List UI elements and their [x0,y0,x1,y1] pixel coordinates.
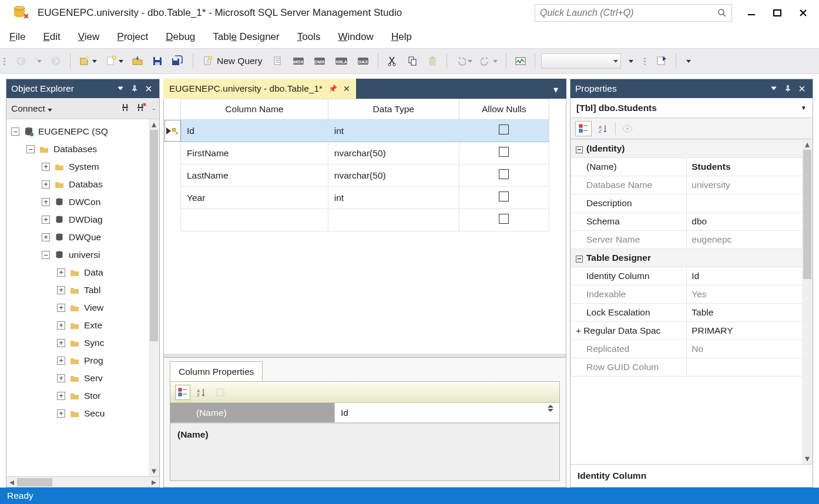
oe-overflow-button[interactable]: ·· [152,103,155,114]
new-query-button[interactable]: New Query [199,53,266,69]
column-row[interactable]: Yearint [181,187,549,209]
toolbar-grip-2[interactable] [644,58,647,65]
close-icon[interactable]: ✕ [343,84,350,93]
property-value[interactable]: Yes [687,285,813,304]
properties-grid[interactable]: −(Identity)(Name)StudentsDatabase Nameun… [570,139,813,464]
expand-icon[interactable]: + [42,198,50,206]
column-name-cell[interactable]: FirstName [181,142,328,164]
dmx-query-button[interactable]: DMX [311,53,328,69]
expand-icon[interactable]: + [42,163,50,171]
property-value[interactable]: PRIMARY [687,322,813,340]
column-row[interactable]: LastNamenvarchar(50) [181,164,549,187]
new-project-button[interactable] [76,53,99,69]
property-row[interactable]: IndexableYes [571,285,813,304]
panel-menu-button[interactable] [115,83,126,95]
connect-dropdown[interactable]: Connect [11,103,52,114]
undo-button[interactable] [453,53,475,69]
nav-back-dropdown[interactable] [33,53,44,69]
quick-launch[interactable] [535,4,732,22]
debug-target-button[interactable] [625,53,636,69]
column-name-cell[interactable]: LastName [181,164,328,187]
panel-close-button[interactable] [143,83,155,95]
allow-nulls-cell[interactable] [459,164,549,187]
redo-button[interactable] [478,53,500,69]
data-type-cell[interactable]: nvarchar(50) [328,142,459,164]
checkbox-icon[interactable] [499,214,509,224]
panel-pin-button[interactable] [129,83,140,95]
collapse-icon[interactable]: − [11,127,19,136]
property-value[interactable] [687,194,813,213]
disconnect-all-button[interactable] [135,102,147,115]
property-value[interactable]: Table [687,304,813,322]
tab-overflow-button[interactable]: ▾ [549,81,563,99]
column-row[interactable]: FirstNamenvarchar(50) [181,142,549,164]
expand-icon[interactable]: + [57,392,65,400]
property-row[interactable]: (Name) Id [170,403,559,423]
activity-monitor-button[interactable] [512,53,529,69]
property-value[interactable]: Id [687,267,813,285]
alphabetical-button[interactable]: AZ [194,385,209,400]
menu-help[interactable]: Help [391,31,412,43]
property-category[interactable]: −(Identity) [571,140,813,158]
expand-icon[interactable]: + [42,216,50,224]
property-row[interactable]: ReplicatedNo [571,340,813,358]
dax-query-button[interactable]: DAX [354,53,372,69]
data-type-cell[interactable]: int [328,120,459,142]
open-button[interactable] [129,53,146,69]
collapse-icon[interactable]: − [42,251,50,259]
data-type-cell[interactable]: nvarchar(50) [328,164,459,187]
property-row[interactable]: Schemadbo [571,213,813,231]
disconnect-button[interactable] [120,102,130,115]
data-type-cell[interactable]: int [328,187,459,209]
menu-project[interactable]: Project [117,31,148,43]
expand-icon[interactable]: + [57,374,65,382]
cut-button[interactable] [384,53,401,69]
maximize-button[interactable] [771,6,784,19]
document-tab[interactable]: EUGENEPC.university - dbo.Table_1* 📌 ✕ [163,79,356,99]
property-value[interactable]: No [687,340,813,358]
minimize-button[interactable] [745,6,758,19]
column-name-cell[interactable]: Year [181,187,328,209]
expand-icon[interactable]: + [57,321,65,330]
panel-menu-button[interactable] [768,83,780,95]
expand-icon[interactable]: + [42,180,50,189]
toolbar-grip[interactable] [4,58,7,65]
vertical-scrollbar[interactable]: ▴▾ [149,119,159,476]
mdx-query-button[interactable]: MDX [290,53,307,69]
property-value[interactable]: university [687,176,813,194]
property-value[interactable]: Students [687,158,813,176]
property-row[interactable]: Server Nameeugenepc [571,231,813,249]
checkbox-icon[interactable] [499,191,509,201]
allow-nulls-cell[interactable] [459,120,549,142]
checkbox-icon[interactable] [499,147,509,157]
property-value[interactable]: eugenepc [687,231,813,249]
alphabetical-button[interactable]: AZ [595,121,612,136]
categorized-button[interactable] [575,121,592,136]
expand-icon[interactable]: + [57,357,65,365]
xmla-query-button[interactable]: XMLA [332,53,351,69]
nav-back-button[interactable] [13,53,29,69]
column-row[interactable]: Idint [181,120,549,142]
column-header-nulls[interactable]: Allow Nulls [459,99,549,120]
generate-script-button[interactable] [653,53,670,69]
property-row[interactable]: Row GUID Colum [571,358,813,377]
vertical-scrollbar[interactable]: ▴▾ [802,139,813,464]
close-button[interactable] [797,6,810,19]
property-row[interactable]: Identity ColumnId [571,267,813,285]
collapse-icon[interactable]: − [26,145,35,153]
expand-icon[interactable]: + [57,409,65,418]
property-category[interactable]: −Table Designer [571,249,813,267]
new-item-button[interactable] [103,53,126,69]
quick-launch-input[interactable] [540,8,717,18]
column-row-empty[interactable] [181,209,549,231]
save-all-button[interactable] [169,53,187,69]
allow-nulls-cell[interactable] [459,187,549,209]
categorized-button[interactable] [175,385,190,400]
allow-nulls-cell[interactable] [459,142,549,164]
menu-edit[interactable]: Edit [43,31,60,43]
database-combo[interactable] [541,53,621,69]
menu-table-designer[interactable]: Table Designer [213,31,279,43]
property-value[interactable]: dbo [687,213,813,231]
overflow-button[interactable] [682,53,693,69]
horizontal-scrollbar[interactable]: ◂▸ [6,476,159,487]
